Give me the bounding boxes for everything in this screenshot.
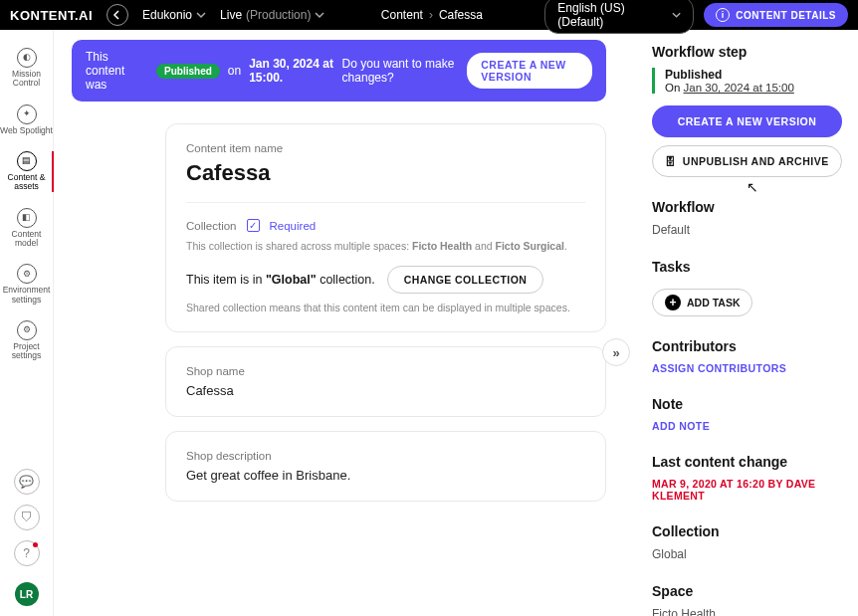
workflow-value: Default: [652, 223, 842, 237]
help-icon[interactable]: ?: [14, 540, 40, 566]
change-collection-button[interactable]: CHANGE COLLECTION: [387, 266, 543, 294]
publish-banner: This content was Published on Jan 30, 20…: [72, 40, 606, 102]
language-selector[interactable]: English (US) (Default): [544, 0, 694, 34]
sidebar-item-label: Web Spotlight: [0, 126, 53, 135]
spotlight-icon: ✦: [17, 104, 37, 124]
archive-icon: 🗄: [665, 155, 677, 167]
sidebar-item-label: Environment settings: [0, 286, 54, 305]
publish-date-link[interactable]: Jan 30, 2024 at 15:00: [684, 82, 794, 94]
sidebar-item-environment-settings[interactable]: ⚙Environment settings: [0, 258, 54, 310]
content-details-button[interactable]: i CONTENT DETAILS: [704, 3, 848, 27]
chevron-down-icon: [315, 10, 324, 20]
language-value: English (US) (Default): [557, 1, 664, 29]
breadcrumb-leaf: Cafessa: [439, 8, 483, 22]
shared-spaces-line: This collection is shared across multipl…: [186, 240, 585, 252]
item-name-label: Content item name: [186, 142, 585, 154]
assign-contributors-link[interactable]: ASSIGN CONTRIBUTORS: [652, 362, 842, 374]
space-heading: Space: [652, 583, 842, 599]
banner-date: Jan 30, 2024 at 15:00.: [249, 57, 333, 85]
sidebar-item-label: Mission Control: [0, 70, 54, 89]
card-item-name: Content item name Cafessa Collection ✓ R…: [165, 123, 606, 332]
user-avatar[interactable]: LR: [15, 582, 39, 606]
cog-icon: ⚙: [17, 320, 37, 340]
contributors-heading: Contributors: [652, 338, 842, 354]
collection-value: Global: [652, 547, 842, 561]
unpublish-archive-button[interactable]: 🗄 UNPUBLISH AND ARCHIVE: [652, 145, 842, 177]
create-version-button[interactable]: CREATE A NEW VERSION: [652, 105, 842, 137]
env-suffix: (Production): [246, 8, 311, 22]
sidebar-item-content-model[interactable]: ◧Content model: [0, 202, 54, 255]
chevron-left-icon: [112, 10, 122, 20]
breadcrumb-root[interactable]: Content: [381, 8, 423, 22]
collection-heading: Collection: [652, 523, 842, 539]
required-checkbox-icon: ✓: [247, 219, 260, 232]
collapse-panel-button[interactable]: »: [602, 338, 630, 366]
sidebar-item-label: Content model: [0, 230, 54, 249]
content-details-label: CONTENT DETAILS: [736, 10, 836, 21]
sidebar-item-label: Project settings: [0, 342, 54, 361]
shop-desc-label: Shop description: [186, 450, 585, 462]
workflow-step-heading: Workflow step: [652, 44, 842, 60]
item-name-value: Cafessa: [186, 160, 585, 186]
back-button[interactable]: [107, 4, 128, 26]
breadcrumb: Content › Cafessa: [381, 8, 483, 22]
app-logo: KONTENT.AI: [10, 8, 93, 23]
sidebar: ◐Mission Control ✦Web Spotlight ▤Content…: [0, 30, 54, 616]
banner-question: Do you want to make changes?: [342, 57, 460, 85]
publish-status: Published: [665, 68, 842, 82]
shop-desc-value: Get great coffee in Brisbane.: [186, 468, 585, 483]
note-heading: Note: [652, 396, 842, 412]
breadcrumb-separator: ›: [429, 8, 433, 22]
space-value-1: Ficto Health: [652, 607, 842, 616]
shield-icon[interactable]: ⛉: [14, 505, 40, 530]
chevron-down-icon: [672, 10, 681, 20]
env-name: Live: [220, 8, 242, 22]
chevron-down-icon: [196, 10, 206, 20]
last-change-heading: Last content change: [652, 454, 842, 470]
unpublish-label: UNPUBLISH AND ARCHIVE: [683, 155, 829, 167]
project-name: Edukonio: [142, 8, 192, 22]
shop-name-value: Cafessa: [186, 383, 585, 398]
model-icon: ◧: [17, 208, 37, 228]
sidebar-item-web-spotlight[interactable]: ✦Web Spotlight: [0, 99, 54, 141]
add-note-link[interactable]: ADD NOTE: [652, 420, 842, 432]
last-change-value: MAR 9, 2020 AT 16:20 BY DAVE KLEMENT: [652, 478, 842, 502]
collection-sentence: This item is in "Global" collection.: [186, 273, 375, 287]
shared-note: Shared collection means that this conten…: [186, 302, 585, 313]
environment-selector[interactable]: Live (Production): [220, 8, 324, 22]
sidebar-item-content-assets[interactable]: ▤Content & assets: [0, 145, 54, 198]
project-selector[interactable]: Edukonio: [142, 8, 206, 22]
publish-date-line: On Jan 30, 2024 at 15:00: [665, 82, 842, 94]
banner-prefix: This content was: [86, 50, 148, 92]
shop-name-label: Shop name: [186, 365, 585, 377]
details-panel: Workflow step Published On Jan 30, 2024 …: [634, 30, 858, 616]
content-icon: ▤: [17, 151, 37, 171]
gear-icon: ⚙: [17, 264, 37, 284]
info-icon: i: [716, 8, 730, 22]
collection-label: Collection: [186, 220, 237, 232]
required-label: Required: [270, 220, 317, 232]
add-task-button[interactable]: + ADD TASK: [652, 289, 752, 316]
content-column: This content was Published on Jan 30, 20…: [54, 30, 616, 616]
add-task-label: ADD TASK: [687, 297, 740, 308]
sidebar-item-mission-control[interactable]: ◐Mission Control: [0, 42, 54, 95]
workflow-heading: Workflow: [652, 199, 842, 215]
tasks-heading: Tasks: [652, 259, 842, 275]
plus-icon: +: [665, 295, 681, 310]
create-version-button-banner[interactable]: CREATE A NEW VERSION: [467, 53, 592, 89]
sidebar-item-label: Content & assets: [0, 173, 54, 192]
banner-mid: on: [228, 64, 241, 78]
sidebar-item-project-settings[interactable]: ⚙Project settings: [0, 314, 54, 367]
chat-icon[interactable]: 💬: [14, 469, 40, 495]
gauge-icon: ◐: [17, 48, 37, 68]
card-shop-description: Shop description Get great coffee in Bri…: [165, 431, 606, 502]
card-shop-name: Shop name Cafessa: [165, 346, 606, 417]
status-chip: Published: [156, 64, 220, 79]
